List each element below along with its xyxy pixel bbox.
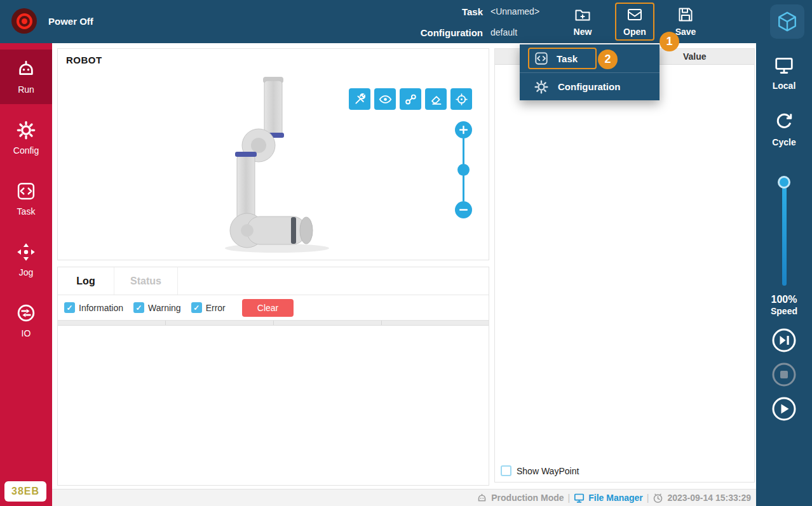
monitor-icon (775, 57, 794, 77)
zoom-out-button[interactable] (455, 201, 472, 218)
power-icon (11, 8, 37, 34)
io-arrows-icon (16, 303, 36, 323)
status-bar: Production Mode | File Manager | 2023-09… (52, 489, 756, 506)
speed-value: 100% (771, 293, 797, 306)
filter-warning-checkbox[interactable]: ✓ Warning (133, 302, 181, 313)
sidebar-item-io[interactable]: IO (0, 293, 52, 348)
production-mode-icon (477, 493, 487, 503)
cycle-mode-button[interactable]: Cycle (772, 112, 795, 147)
new-button-label: New (574, 27, 592, 37)
stop-icon (771, 362, 797, 387)
task-menu-label: Task (557, 53, 578, 64)
speed-slider-track[interactable] (782, 178, 787, 286)
task-menu-highlight: Task (528, 48, 597, 69)
speed-label: Speed (771, 306, 797, 317)
separator: | (647, 493, 649, 503)
power-button[interactable]: Power Off (11, 8, 93, 34)
erase-button[interactable] (425, 88, 447, 110)
configuration-menu-label: Configuration (558, 81, 620, 92)
play-button[interactable] (771, 396, 797, 422)
reset-view-button[interactable] (450, 88, 472, 110)
checkbox-unchecked-icon (501, 465, 511, 476)
step-forward-button[interactable] (771, 328, 797, 353)
save-icon (677, 6, 694, 25)
file-manager-icon (574, 493, 585, 503)
new-file-icon (574, 6, 591, 25)
speed-slider[interactable] (777, 178, 791, 286)
open-button[interactable]: Open (615, 3, 654, 41)
log-tabs: Log Status (58, 267, 489, 295)
robot-run-icon (16, 59, 36, 79)
clear-log-button[interactable]: Clear (242, 299, 294, 317)
filter-warning-label: Warning (148, 303, 181, 313)
robot-panel: ROBOT (57, 48, 489, 260)
plus-icon (459, 126, 468, 134)
sidebar-item-config[interactable]: Config (0, 110, 52, 165)
minus-icon (459, 206, 468, 214)
zoom-in-button[interactable] (455, 121, 472, 138)
show-waypoint-checkbox[interactable]: Show WayPoint (501, 465, 579, 476)
right-sidebar: Local Cycle 100% Speed (756, 43, 812, 506)
stop-button[interactable] (771, 362, 797, 387)
play-icon (771, 396, 797, 422)
open-file-icon (626, 6, 643, 25)
filter-information-checkbox[interactable]: ✓ Information (64, 302, 123, 313)
log-column-divider (382, 321, 489, 325)
gear-icon (534, 80, 548, 94)
cycle-label: Cycle (772, 137, 795, 147)
new-button[interactable]: New (563, 3, 602, 41)
open-dropdown-menu: Task Configuration (520, 44, 660, 100)
local-label: Local (773, 81, 796, 91)
kinematic-chain-icon (404, 93, 417, 106)
skip-forward-icon (771, 328, 797, 353)
log-panel: Log Status ✓ Information ✓ Warning ✓ Err… (57, 267, 489, 486)
tab-status[interactable]: Status (114, 267, 178, 295)
log-table-body[interactable] (58, 326, 489, 485)
code-task-icon (16, 181, 36, 201)
tab-log[interactable]: Log (58, 267, 114, 295)
power-label: Power Off (48, 16, 93, 27)
variables-panel: Value Show WayPoint (494, 48, 755, 483)
tools-button[interactable] (349, 88, 370, 110)
annotation-step-1: 1 (660, 32, 679, 51)
menu-item-configuration[interactable]: Configuration (520, 72, 660, 100)
wrench-icon (353, 93, 367, 106)
show-waypoint-label: Show WayPoint (517, 466, 579, 476)
filter-error-checkbox[interactable]: ✓ Error (191, 302, 226, 313)
log-table-header (58, 320, 489, 326)
task-label: Task (356, 6, 483, 17)
top-bar: Power Off Task <Unnamed> Configuration d… (0, 0, 812, 43)
speed-slider-thumb[interactable] (778, 176, 790, 189)
zoom-slider-track[interactable] (463, 138, 464, 201)
transport-controls (771, 328, 797, 422)
sidebar-item-run[interactable]: Run (0, 50, 52, 104)
value-column-header: Value (683, 51, 707, 62)
task-icon (534, 51, 548, 65)
local-mode-button[interactable]: Local (773, 57, 796, 91)
separator: | (568, 493, 571, 503)
log-filters: ✓ Information ✓ Warning ✓ Error Clear (58, 295, 489, 320)
target-rotate-icon (455, 93, 468, 106)
joints-button[interactable] (400, 88, 421, 110)
sidebar-task-label: Task (17, 206, 36, 216)
zoom-slider-thumb[interactable] (457, 164, 470, 176)
sidebar-run-label: Run (18, 84, 34, 95)
robot-view-toolbar (349, 88, 472, 110)
app-window: Power Off Task <Unnamed> Configuration d… (0, 0, 812, 506)
robot-panel-title: ROBOT (66, 55, 102, 65)
menu-item-task[interactable]: Task (520, 44, 660, 72)
visibility-button[interactable] (374, 88, 396, 110)
status-badge: 38EB (4, 481, 46, 502)
file-manager-link[interactable]: File Manager (588, 493, 643, 503)
sidebar-item-jog[interactable]: Jog (0, 232, 52, 287)
configuration-label: Configuration (356, 27, 483, 38)
clock-icon (653, 493, 663, 503)
jog-move-icon (16, 242, 36, 262)
filter-error-label: Error (206, 303, 226, 313)
gear-icon (16, 120, 36, 140)
checkbox-checked-icon: ✓ (191, 302, 202, 313)
sidebar-item-task[interactable]: Task (0, 171, 52, 226)
zoom-control (454, 121, 473, 218)
task-value: <Unnamed> (491, 6, 539, 17)
open-button-label: Open (623, 27, 646, 37)
